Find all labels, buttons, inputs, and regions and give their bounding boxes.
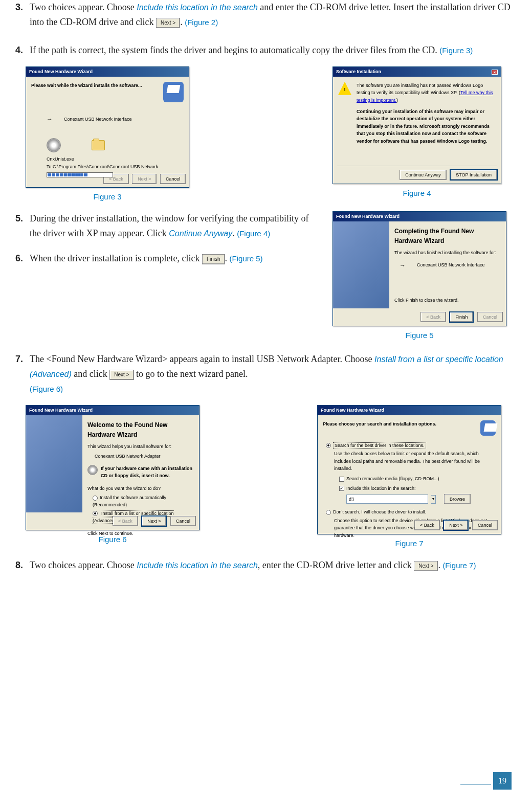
dialog-title: Found New Hardware Wizard — [336, 213, 400, 220]
path-field: d:\ — [346, 495, 428, 504]
check-label: Include this location in the search: — [346, 486, 416, 491]
device-name: Conexant USB Network Adapter — [95, 453, 194, 460]
text: The wizard has finished installing the s… — [394, 249, 501, 256]
dialog-title: Software Installation — [336, 68, 381, 75]
figure-row-6-7: Found New Hardware Wizard Welcome to the… — [15, 405, 512, 550]
step-number: 5. — [15, 211, 30, 241]
dialog-heading: Please choose your search and installati… — [323, 420, 436, 436]
dialog-buttons: < Back Finish Cancel — [333, 308, 506, 326]
folder-icon — [92, 140, 105, 150]
step-3: 3. Two choices appear. Choose Include th… — [15, 0, 512, 30]
dialog-heading: Please wait while the wizard installs th… — [31, 82, 142, 89]
text: This wizard helps you install software f… — [87, 443, 194, 450]
file-path: To C:\Program Files\Conexant\Conexant US… — [47, 163, 184, 170]
text: Use the check boxes below to limit or ex… — [334, 450, 493, 472]
dialog-figure-3: Found New Hardware Wizard Please wait wh… — [26, 66, 189, 188]
step-number: 7. — [15, 352, 30, 396]
file-name: CnxUnist.exe — [47, 155, 184, 163]
dialog-heading: Completing the Found New Hardware Wizard — [394, 227, 501, 246]
close-icon: × — [492, 70, 498, 75]
titlebar: Found New Hardware Wizard — [333, 212, 506, 221]
text: If your hardware came with an installati… — [101, 465, 194, 480]
warning-icon: ! — [338, 82, 351, 95]
figure-ref: (Figure 6) — [30, 385, 63, 393]
dialog-title: Found New Hardware Wizard — [321, 407, 384, 414]
step-6: 6. When the driver installation is compl… — [15, 251, 312, 266]
page-number: 19 — [493, 772, 512, 790]
step-body: Two choices appear. Choose Include this … — [30, 0, 512, 30]
usb-icon — [400, 262, 412, 269]
option-label: Install the software automatically (Reco… — [93, 495, 166, 507]
action-text: Include this location in the search — [137, 561, 258, 570]
step-number: 6. — [15, 251, 30, 266]
continue-anyway-button: Continue Anyway — [400, 170, 447, 180]
text: to go to the next wizard panel. — [136, 369, 248, 379]
figure-ref: (Figure 2) — [185, 18, 218, 27]
step-5: 5. During the driver installation, the w… — [15, 211, 312, 241]
usb-icon — [47, 116, 59, 123]
page-number-line — [460, 784, 491, 784]
text: and click — [72, 369, 109, 379]
check-include-location — [339, 486, 344, 491]
text: ) — [396, 98, 398, 103]
text: Click Finish to close the wizard. — [394, 297, 459, 304]
text: When the driver installation is complete… — [30, 253, 202, 263]
figure-ref: (Figure 4) — [237, 229, 270, 238]
text: If the path is correct, the system finds… — [30, 45, 439, 55]
step-number: 8. — [15, 558, 30, 573]
text: . — [225, 253, 230, 263]
cancel-button: Cancel — [170, 516, 196, 526]
next-button-image: Next > — [414, 561, 438, 571]
text: What do you want the wizard to do? — [87, 485, 194, 492]
text: , enter the CD-ROM drive letter and clic… — [258, 560, 414, 570]
dialog-heading: Welcome to the Found New Hardware Wizard — [87, 420, 194, 440]
step-body: If the path is correct, the system finds… — [30, 43, 512, 58]
figure-caption: Figure 4 — [403, 187, 431, 199]
figure-5-column: Found New Hardware Wizard Completing the… — [327, 211, 512, 342]
text: . — [180, 17, 185, 27]
step-body: When the driver installation is complete… — [30, 251, 312, 266]
step-4: 4. If the path is correct, the system fi… — [15, 43, 512, 58]
dialog-title: Found New Hardware Wizard — [29, 68, 93, 75]
titlebar: Software Installation × — [333, 67, 501, 76]
action-text: Include this location in the search — [137, 3, 258, 12]
step-body: The <Found New Hardware Wizard> appears … — [30, 352, 512, 396]
next-button-image: Next > — [156, 18, 180, 28]
titlebar: Found New Hardware Wizard — [318, 406, 501, 415]
check-label: Search removable media (floppy, CD-ROM..… — [346, 476, 439, 481]
figure-ref: (Figure 3) — [439, 46, 473, 55]
device-name: Conexant USB Network Interface — [64, 116, 132, 123]
action-text: Continue Anyway — [169, 229, 232, 238]
step-8: 8. Two choices appear. Choose Include th… — [15, 558, 512, 573]
figure-ref: (Figure 7) — [442, 561, 476, 570]
dialog-figure-6: Found New Hardware Wizard Welcome to the… — [26, 405, 199, 530]
device-name: Conexant USB Network Interface — [417, 261, 485, 268]
cd-icon — [47, 138, 61, 152]
figure-6-column: Found New Hardware Wizard Welcome to the… — [26, 405, 199, 550]
cancel-button: Cancel — [477, 312, 503, 322]
step-number: 3. — [15, 0, 30, 30]
figure-caption: Figure 3 — [93, 191, 121, 203]
wizard-sidebar — [26, 415, 82, 512]
figure-4-column: Software Installation × ! The software y… — [332, 66, 501, 203]
next-button: Next > — [443, 520, 469, 531]
dialog-title: Found New Hardware Wizard — [29, 407, 93, 414]
text: . — [232, 228, 237, 238]
back-button: < Back — [113, 516, 138, 526]
dropdown-arrow-icon: ▾ — [431, 495, 436, 504]
radio-auto — [93, 496, 98, 501]
cancel-button: Cancel — [160, 174, 186, 184]
stop-installation-button: STOP Installation — [450, 169, 498, 181]
install-icon — [163, 82, 184, 102]
finish-button-image: Finish — [202, 254, 225, 264]
next-button: Next > — [132, 174, 157, 184]
radio-search — [326, 443, 331, 448]
titlebar: Found New Hardware Wizard — [26, 67, 189, 76]
progress-bar — [47, 172, 113, 177]
browse-button: Browse — [444, 494, 471, 504]
dialog-figure-7: Found New Hardware Wizard Please choose … — [317, 405, 501, 534]
text: Two choices appear. Choose — [30, 2, 137, 12]
figure-caption: Figure 7 — [395, 537, 423, 550]
cancel-button: Cancel — [472, 520, 498, 530]
radio-dont-search — [326, 510, 331, 515]
